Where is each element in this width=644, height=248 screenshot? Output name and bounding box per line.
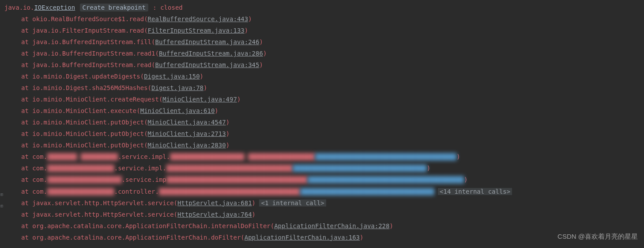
- close-paren: ): [427, 165, 430, 172]
- at-keyword: at: [21, 73, 32, 80]
- source-link[interactable]: ApplicationFilterChain.java:163: [245, 234, 360, 241]
- exception-package: java.io.: [4, 4, 34, 11]
- source-link[interactable]: HttpServlet.java:681: [177, 199, 252, 207]
- stack-frame: at java.io.FilterInputStream.read(Filter…: [4, 25, 644, 36]
- expand-icon[interactable]: ⊞: [0, 191, 3, 199]
- exception-line: java.io.IOException Create breakpoint : …: [4, 2, 644, 13]
- frame-call: org.apache.catalina.core.ApplicationFilt…: [32, 234, 241, 241]
- stack-frame: at io.minio.MinioClient.putObject(MinioC…: [4, 116, 644, 128]
- stack-frame: at okio.RealBufferedSource$1.read(RealBu…: [4, 13, 644, 25]
- source-link[interactable]: BufferedInputStream.java:286: [159, 50, 263, 57]
- obfuscated-text: ██████████████████████████████████: [166, 165, 293, 172]
- source-link[interactable]: MinioClient.java:2830: [148, 142, 226, 149]
- frame-call: io.minio.MinioClient.createRequest: [32, 96, 159, 103]
- internal-calls-badge[interactable]: <1 internal call>: [259, 199, 326, 207]
- obfuscated-text: ████████ ██████████: [47, 153, 118, 160]
- obf-prefix: com.: [32, 153, 47, 160]
- stack-frame-obfuscated: ⊞at com.██████████████████.controller.██…: [4, 186, 644, 197]
- frame-call: io.minio.MinioClient.putObject: [32, 130, 144, 137]
- obf-prefix: com.: [32, 176, 47, 183]
- obfuscated-text: ██████████████████: [47, 188, 114, 195]
- source-link[interactable]: RealBufferedSource.java:443: [148, 15, 249, 23]
- source-link[interactable]: MinioClient.java:2713: [148, 130, 226, 137]
- frame-call: javax.servlet.http.HttpServlet.service: [32, 211, 173, 218]
- source-link[interactable]: MinioClient.java:497: [162, 96, 237, 103]
- close-paren: ): [248, 15, 252, 23]
- create-breakpoint-button[interactable]: Create breakpoint: [80, 4, 148, 11]
- stack-frame: at io.minio.Digest.sha256Md5Hashes(Diges…: [4, 82, 644, 94]
- obf-mid: .controller.: [114, 188, 159, 195]
- source-link[interactable]: FilterInputStream.java:133: [148, 27, 245, 34]
- stack-frame: at io.minio.MinioClient.execute(MinioCli…: [4, 105, 644, 116]
- stack-frame: at io.minio.MinioClient.putObject(MinioC…: [4, 128, 644, 139]
- source-link[interactable]: Digest.java:78: [151, 84, 203, 91]
- at-keyword: at: [21, 38, 32, 45]
- obfuscated-link: ██████████████████████████████████████: [315, 153, 456, 160]
- stacktrace-console: java.io.IOException Create breakpoint : …: [0, 0, 644, 243]
- stack-frame: at java.io.BufferedInputStream.read(Buff…: [4, 59, 644, 71]
- stack-frame: at io.minio.MinioClient.putObject(MinioC…: [4, 139, 644, 151]
- at-keyword: at: [21, 50, 32, 57]
- frame-call: io.minio.Digest.sha256Md5Hashes: [32, 84, 147, 91]
- close-paren: ): [464, 176, 467, 183]
- at-keyword: at: [21, 130, 32, 137]
- obfuscated-link: ████████████████████████████████████: [300, 188, 434, 195]
- stack-frame-obfuscated: at com.██████████████████.service.impl.█…: [4, 162, 644, 174]
- expand-icon[interactable]: ⊞: [0, 202, 3, 210]
- source-link[interactable]: ApplicationFilterChain.java:228: [274, 222, 389, 229]
- source-link[interactable]: HttpServlet.java:764: [177, 211, 252, 218]
- at-keyword: at: [21, 165, 32, 172]
- exception-message: closed: [160, 4, 183, 11]
- at-keyword: at: [21, 107, 32, 114]
- obfuscated-text: ██████████████████████████████████████: [166, 176, 308, 183]
- close-paren: ): [456, 153, 460, 160]
- frame-call: io.minio.MinioClient.execute: [32, 107, 136, 114]
- obfuscated-text: ████████████████████: [47, 176, 122, 183]
- exception-separator: :: [153, 4, 160, 11]
- frame-call: io.minio.MinioClient.putObject: [32, 119, 144, 126]
- obf-prefix: com.: [32, 188, 47, 195]
- at-keyword: at: [21, 84, 32, 91]
- source-link[interactable]: MinioClient.java:610: [140, 107, 215, 114]
- stack-frame: ⊞at javax.servlet.http.HttpServlet.servi…: [4, 197, 644, 209]
- open-paren: (: [144, 15, 147, 23]
- frame-call: java.io.BufferedInputStream.read1: [32, 50, 155, 57]
- frame-call: io.minio.MinioClient.putObject: [32, 142, 144, 149]
- frame-call: org.apache.catalina.core.ApplicationFilt…: [32, 222, 270, 229]
- at-keyword: at: [21, 15, 32, 23]
- at-keyword: at: [21, 27, 32, 34]
- obfuscated-text: ████████████████████ ██████████████████: [170, 153, 315, 160]
- at-keyword: at: [21, 211, 32, 218]
- at-keyword: at: [21, 119, 32, 126]
- at-keyword: at: [21, 199, 32, 207]
- obfuscated-link: ████████████████████████████████████████…: [308, 176, 464, 183]
- stack-frame: at io.minio.MinioClient.createRequest(Mi…: [4, 94, 644, 105]
- source-link[interactable]: MinioClient.java:4547: [148, 119, 226, 126]
- stack-frame-obfuscated: at com.████████████████████.service.imp█…: [4, 174, 644, 185]
- source-link[interactable]: BufferedInputStream.java:246: [155, 38, 259, 45]
- at-keyword: at: [21, 96, 32, 103]
- obfuscated-text: ██████████████████: [47, 165, 114, 172]
- source-link[interactable]: BufferedInputStream.java:345: [155, 61, 259, 68]
- stack-frame: at java.io.BufferedInputStream.fill(Buff…: [4, 36, 644, 48]
- stack-frame: at javax.servlet.http.HttpServlet.servic…: [4, 209, 644, 220]
- at-keyword: at: [21, 188, 32, 195]
- frame-call: java.io.BufferedInputStream.fill: [32, 38, 151, 45]
- stack-frame-obfuscated: at com.████████ ██████████.service.impl.…: [4, 151, 644, 162]
- at-keyword: at: [21, 142, 32, 149]
- stack-frame: at org.apache.catalina.core.ApplicationF…: [4, 220, 644, 232]
- at-keyword: at: [21, 234, 32, 241]
- frame-call: javax.servlet.http.HttpServlet.service: [32, 199, 173, 207]
- frame-call: java.io.BufferedInputStream.read: [32, 61, 151, 68]
- at-keyword: at: [21, 61, 32, 68]
- exception-class-link[interactable]: IOException: [34, 4, 75, 11]
- frame-call: io.minio.Digest.updateDigests: [32, 73, 140, 80]
- at-keyword: at: [21, 176, 32, 183]
- obfuscated-link: ████████████████████████████████████: [293, 165, 426, 172]
- stack-frame: at org.apache.catalina.core.ApplicationF…: [4, 232, 644, 243]
- frame-call: java.io.FilterInputStream.read: [32, 27, 144, 34]
- obf-mid: .service.imp: [122, 176, 166, 183]
- obf-mid: .service.impl.: [118, 153, 170, 160]
- source-link[interactable]: Digest.java:150: [144, 73, 200, 80]
- internal-calls-badge[interactable]: <14 internal calls>: [438, 188, 512, 195]
